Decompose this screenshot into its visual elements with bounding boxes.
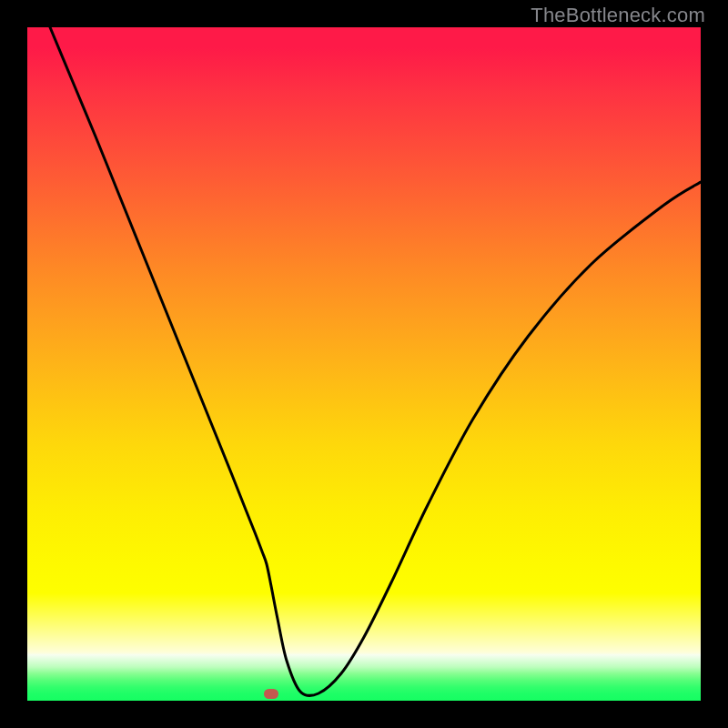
plot-area (27, 27, 701, 701)
bottleneck-curve (50, 27, 701, 695)
watermark-text: TheBottleneck.com (531, 4, 705, 27)
chart-frame: TheBottleneck.com (0, 0, 728, 728)
minimum-marker (264, 689, 278, 699)
curve-svg (27, 27, 701, 701)
